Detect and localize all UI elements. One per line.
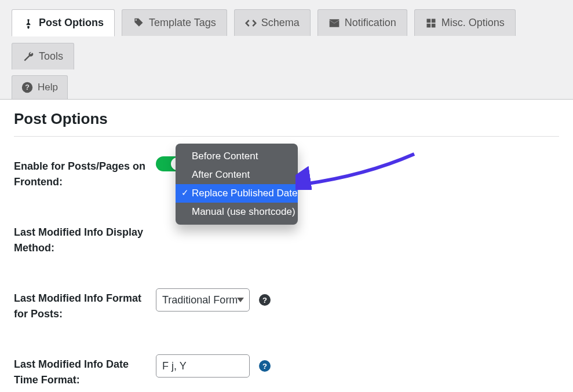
tab-notification[interactable]: Notification	[317, 9, 407, 36]
tab-template-tags[interactable]: Template Tags	[122, 9, 227, 36]
tabs-row-secondary: ? Help	[12, 69, 561, 99]
display-method-dropdown: Before Content After Content Replace Pub…	[176, 144, 298, 225]
help-tooltip-icon[interactable]: ?	[259, 360, 271, 372]
help-tooltip-icon[interactable]: ?	[259, 294, 271, 306]
page-title: Post Options	[14, 110, 559, 137]
tab-misc-options[interactable]: Misc. Options	[414, 9, 516, 36]
datetime-format-input[interactable]	[156, 354, 250, 378]
tab-label: Help	[38, 82, 58, 93]
svg-text:?: ?	[25, 83, 30, 91]
info-format-select[interactable]: Traditional Form	[156, 288, 250, 312]
field-label: Last Modified Info Display Method:	[14, 222, 156, 256]
dropdown-item-replace-published-date[interactable]: Replace Published Date	[176, 184, 298, 203]
field-datetime-format: Last Modified Info Date Time Format: ?	[14, 354, 559, 388]
svg-rect-2	[426, 23, 430, 27]
tab-label: Schema	[261, 17, 300, 29]
field-display-method: Last Modified Info Display Method:	[14, 222, 559, 256]
tab-help[interactable]: ? Help	[12, 75, 68, 99]
code-icon	[245, 17, 257, 29]
dropdown-item-after-content[interactable]: After Content	[176, 166, 298, 184]
tab-label: Post Options	[39, 17, 104, 29]
dropdown-item-manual[interactable]: Manual (use shortcode)	[176, 203, 298, 221]
svg-rect-1	[432, 19, 436, 23]
tab-label: Tools	[39, 50, 63, 63]
field-label: Last Modified Info Format for Posts:	[14, 288, 156, 322]
grid-icon	[425, 17, 437, 29]
mail-icon	[329, 17, 340, 29]
help-icon: ?	[21, 82, 33, 93]
svg-rect-3	[432, 23, 436, 27]
tab-label: Template Tags	[149, 17, 216, 29]
dropdown-item-before-content[interactable]: Before Content	[176, 147, 298, 166]
field-label: Enable for Posts/Pages on Frontend:	[14, 156, 156, 190]
wrench-icon	[23, 51, 34, 63]
tab-label: Misc. Options	[441, 17, 505, 29]
tab-schema[interactable]: Schema	[234, 9, 311, 36]
tag-icon	[133, 17, 144, 29]
tab-post-options[interactable]: Post Options	[12, 9, 115, 36]
tabs-row-primary: Post Options Template Tags Schema Notifi…	[12, 0, 561, 69]
field-label: Last Modified Info Date Time Format:	[14, 354, 156, 388]
svg-rect-0	[426, 19, 430, 23]
field-info-format: Last Modified Info Format for Posts: Tra…	[14, 288, 559, 322]
pin-icon	[23, 17, 34, 29]
info-format-select-wrap: Traditional Form	[156, 288, 250, 312]
tab-label: Notification	[345, 17, 396, 29]
tab-tools[interactable]: Tools	[12, 43, 74, 69]
tabs-container: Post Options Template Tags Schema Notifi…	[0, 0, 573, 100]
